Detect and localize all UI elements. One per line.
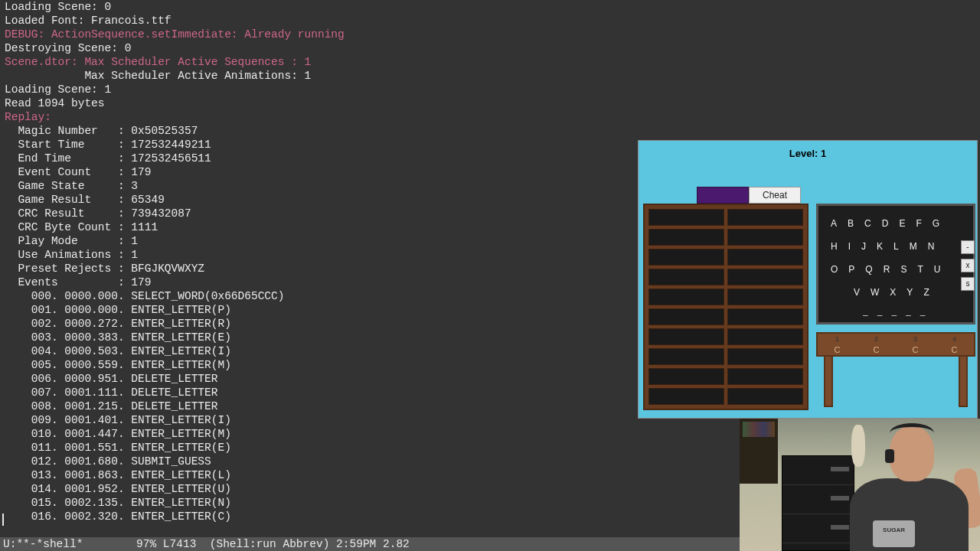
shelf-slot[interactable] [648,289,724,305]
guess-slot: – [877,308,883,322]
shelf-slot[interactable] [727,269,803,285]
letter-e[interactable]: E [899,217,905,230]
shelf-slot[interactable] [727,209,803,226]
letter-v[interactable]: V [854,285,860,299]
letter-p[interactable]: P [848,262,854,276]
terminal-line: Loading Scene: 1 [5,83,345,96]
letter-y[interactable]: Y [906,285,913,299]
terminal-line: Preset Rejects : BFGJKQVWXYZ [5,262,345,276]
letter-i[interactable]: I [848,240,851,253]
terminal-line: 006. 0000.951. DELETE_LETTER [5,372,345,386]
letter-h[interactable]: H [831,240,838,253]
shelf-slot[interactable] [648,229,724,246]
letter-s[interactable]: S [900,262,906,276]
letter-g[interactable]: G [933,217,939,230]
guess-slot: – [920,308,926,322]
letter-w[interactable]: W [871,285,879,299]
shelf-slot[interactable] [727,229,803,246]
letter-j[interactable]: J [861,240,866,253]
shelf-slot[interactable] [727,348,803,365]
side-button-s[interactable]: s [961,277,975,291]
terminal-line: Max Scheduler Active Animations: 1 [5,69,345,83]
letter-t[interactable]: T [917,262,923,276]
game-table: 1234 CCCC [816,332,975,409]
letter-r[interactable]: R [884,262,890,276]
cheat-button[interactable]: Cheat [749,187,801,204]
terminal-line: 015. 0002.135. ENTER_LETTER(N) [5,496,345,510]
terminal-line: 011. 0001.551. ENTER_LETTER(E) [5,441,345,455]
shelf-slot[interactable] [648,308,724,325]
letter-f[interactable]: F [916,217,921,230]
letter-k[interactable]: K [877,240,883,253]
guess-slot: – [863,308,868,322]
shelf-slot[interactable] [727,328,803,345]
letter-b[interactable]: B [848,217,854,230]
shelf-slot[interactable] [727,249,803,266]
letter-c[interactable]: C [864,217,871,230]
terminal-line: 014. 0001.952. ENTER_LETTER(U) [5,482,345,496]
shelf-slot[interactable] [727,368,803,385]
terminal-line: Event Count : 179 [5,165,345,179]
guess-slot: – [906,308,911,322]
terminal-line: 013. 0001.863. ENTER_LETTER(L) [5,468,345,482]
shelf-slot[interactable] [648,249,724,266]
terminal-line: 007. 0001.111. DELETE_LETTER [5,386,345,399]
side-button-x[interactable]: x [961,259,975,272]
letter-u[interactable]: U [934,262,941,276]
game-level-label: Level: 1 [639,147,977,161]
terminal-line: 001. 0000.000. ENTER_LETTER(P) [5,303,345,317]
word-shelf [643,204,808,410]
terminal-line: Read 1094 bytes [5,96,345,110]
letter-d[interactable]: D [882,217,889,230]
letter-n[interactable]: N [928,240,935,253]
shirt-logo: SUGAR [873,520,915,547]
shelf-slot[interactable] [648,388,724,405]
letter-a[interactable]: A [831,217,837,230]
shelf-slot[interactable] [727,308,803,325]
letter-m[interactable]: M [910,240,917,253]
chalkboard: ABCDEFGHIJKLMNOPQRSTUVWXYZ––––– [816,204,975,324]
terminal-line: Magic Number : 0x50525357 [5,124,345,138]
terminal-line: Loading Scene: 0 [5,0,345,14]
shelf-slot[interactable] [727,388,803,405]
terminal-line: 012. 0001.680. SUBMIT_GUESS [5,455,345,468]
shelf-slot[interactable] [648,328,724,345]
webcam-feed: SUGAR [740,419,980,551]
side-buttons: -xs [961,240,975,291]
text-cursor [2,514,4,526]
shelf-slot[interactable] [648,368,724,385]
terminal-line: 010. 0001.447. ENTER_LETTER(M) [5,427,345,441]
terminal-line: 016. 0002.320. ENTER_LETTER(C) [5,510,345,523]
terminal-line: End Time : 172532456511 [5,152,345,165]
shelf-slot[interactable] [648,269,724,285]
terminal-line: Game Result : 65349 [5,193,345,207]
game-tabs: Cheat [697,187,801,204]
shelf-slot[interactable] [727,289,803,305]
terminal-line: 005. 0000.559. ENTER_LETTER(M) [5,358,345,372]
terminal-line: CRC Result : 739432087 [5,207,345,220]
terminal-line: 003. 0000.383. ENTER_LETTER(E) [5,331,345,344]
terminal-line: Use Animations : 1 [5,248,345,262]
letter-o[interactable]: O [831,262,838,276]
terminal-line: 002. 0000.272. ENTER_LETTER(R) [5,317,345,331]
shelf-slot[interactable] [648,209,724,226]
game-window: Level: 1 Cheat ABCDEFGHIJKLMNOPQRSTUVWXY… [638,140,978,419]
letter-q[interactable]: Q [865,262,872,276]
letter-x[interactable]: X [890,285,896,299]
letter-l[interactable]: L [893,240,899,253]
terminal-line: Play Mode : 1 [5,234,345,248]
terminal-line: 008. 0001.215. DELETE_LETTER [5,399,345,413]
terminal-line: 004. 0000.503. ENTER_LETTER(I) [5,344,345,358]
side-button--[interactable]: - [961,240,975,254]
terminal-line: 009. 0001.401. ENTER_LETTER(I) [5,413,345,427]
terminal-line: Loaded Font: Francois.ttf [5,14,345,28]
letter-z[interactable]: Z [923,285,929,299]
tab-active[interactable] [697,187,749,204]
guess-slot: – [891,308,897,322]
shelf-slot[interactable] [648,348,724,365]
terminal-line: 000. 0000.000. SELECT_WORD(0x66D65CCC) [5,289,345,303]
terminal-line: Events : 179 [5,276,345,289]
terminal-line: Scene.dtor: Max Scheduler Active Sequenc… [5,55,345,69]
terminal-line: Start Time : 172532449211 [5,138,345,152]
terminal-line: DEBUG: ActionSequence.setImmediate: Alre… [5,28,345,41]
